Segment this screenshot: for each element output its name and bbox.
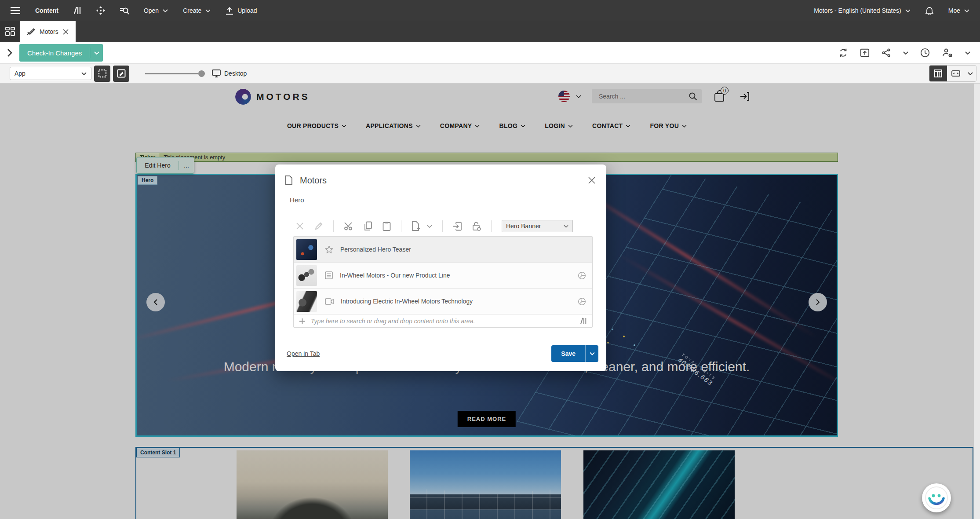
smiley-icon — [925, 486, 948, 510]
columns-view-button[interactable] — [929, 66, 947, 81]
columns-icon — [934, 69, 942, 77]
dialog-header: Motors — [275, 164, 606, 190]
check-in-dropdown[interactable] — [90, 48, 103, 58]
personalization-icon — [578, 271, 586, 280]
user-menu[interactable]: Moe — [948, 7, 969, 14]
layout-dropdown[interactable] — [965, 66, 976, 81]
list-item[interactable]: Introducing Electric In-Wheel Motors Tec… — [294, 289, 592, 314]
edit-square-icon — [117, 69, 126, 78]
slider-handle[interactable] — [198, 70, 205, 77]
paste-icon[interactable] — [383, 221, 391, 231]
lock-icon[interactable] — [472, 221, 481, 231]
new-content-icon[interactable] — [412, 221, 420, 231]
top-bar: Content Open Create Upload Motors - Engl… — [0, 0, 980, 21]
import-icon[interactable] — [453, 222, 462, 231]
component-search-input[interactable] — [310, 317, 580, 325]
item-label: Introducing Electric In-Wheel Motors Tec… — [341, 298, 578, 305]
edit-dialog: Motors Hero Hero Banner — [275, 164, 606, 371]
chevron-down-icon[interactable] — [965, 51, 970, 55]
chevron-down-icon — [968, 72, 973, 75]
chevron-down-icon — [81, 72, 87, 75]
full-width-view-button[interactable] — [947, 66, 965, 81]
sync-icon[interactable] — [838, 48, 848, 58]
chevron-down-icon — [964, 9, 969, 12]
close-tab-icon[interactable] — [63, 29, 69, 35]
page-icon — [285, 175, 293, 185]
hamburger-icon[interactable] — [11, 7, 20, 14]
assistant-widget-button[interactable] — [922, 483, 951, 512]
open-in-tab-link[interactable]: Open in Tab — [287, 350, 320, 357]
device-indicator: Desktop — [212, 69, 247, 77]
site-language-selector[interactable]: Motors - English (United States) — [814, 7, 910, 14]
cut-icon[interactable] — [344, 222, 353, 230]
chevron-down-icon — [205, 9, 211, 12]
edit-icon[interactable] — [314, 222, 323, 230]
dashed-selection-icon — [98, 69, 107, 78]
item-thumbnail — [296, 265, 317, 286]
move-icon — [96, 6, 105, 15]
chevron-down-icon — [94, 51, 99, 55]
application-window: Content Open Create Upload Motors - Engl… — [0, 0, 980, 519]
toolbar-divider — [491, 220, 492, 232]
save-dropdown[interactable] — [585, 345, 598, 362]
chevron-right-icon — [7, 48, 12, 57]
chevron-down-icon[interactable] — [427, 225, 432, 228]
bell-icon — [925, 6, 933, 15]
find-list-icon — [120, 7, 129, 15]
item-thumbnail — [296, 291, 317, 312]
view-mode-select[interactable]: App — [10, 67, 91, 80]
preview-toolbar: App Desktop — [0, 64, 980, 84]
save-button[interactable]: Save — [551, 345, 598, 362]
action-toolbar-right — [838, 48, 980, 58]
article-icon — [325, 271, 333, 279]
delete-icon[interactable] — [295, 222, 304, 230]
app-launcher-button[interactable] — [0, 21, 20, 42]
preview-user-icon[interactable] — [942, 48, 953, 58]
dialog-title: Motors — [300, 175, 327, 186]
findbar-button[interactable] — [120, 7, 129, 15]
chevron-down-icon[interactable] — [903, 51, 908, 55]
jumpbar-button[interactable] — [73, 7, 81, 15]
tab-bar: Motors — [0, 21, 980, 42]
zoom-slider[interactable] — [145, 66, 205, 82]
notifications-button[interactable] — [925, 6, 933, 15]
personalization-icon — [578, 297, 586, 306]
main-menu-button[interactable] — [11, 7, 20, 14]
copy-icon[interactable] — [364, 221, 372, 231]
list-item[interactable]: Personalized Hero Teaser — [294, 237, 592, 263]
list-item[interactable]: In-Wheel Motors - Our new Product Line — [294, 263, 592, 289]
app-title: Content — [35, 7, 58, 14]
toggle-borders-button[interactable] — [94, 66, 110, 82]
chevron-down-icon — [163, 9, 168, 12]
create-menu[interactable]: Create — [183, 7, 211, 14]
share-icon[interactable] — [882, 48, 891, 58]
tab-motors[interactable]: Motors — [20, 21, 76, 42]
component-search-row[interactable] — [294, 314, 592, 328]
preview-scrollbar[interactable] — [974, 84, 980, 519]
desktop-icon — [212, 69, 221, 77]
action-toolbar: Check-In Changes — [0, 42, 980, 64]
edit-mode-button[interactable] — [113, 66, 129, 82]
check-in-changes-button[interactable]: Check-In Changes — [19, 44, 103, 62]
open-window-icon[interactable] — [860, 48, 870, 58]
upload-button[interactable]: Upload — [226, 7, 257, 15]
move-button[interactable] — [96, 6, 105, 15]
open-menu[interactable]: Open — [144, 7, 168, 14]
dialog-footer: Open in Tab Save — [275, 340, 606, 371]
expand-panel-button[interactable] — [0, 48, 19, 57]
dialog-close-icon[interactable] — [588, 176, 596, 184]
component-type-select[interactable]: Hero Banner — [502, 220, 573, 232]
dialog-toolbar: Hero Banner — [295, 220, 573, 232]
chevron-down-icon — [590, 352, 595, 355]
layout-switcher — [929, 65, 976, 82]
toolbar-divider — [333, 220, 334, 232]
item-thumbnail — [296, 239, 317, 260]
history-icon[interactable] — [920, 48, 930, 58]
star-icon — [325, 245, 333, 254]
chevron-down-icon — [564, 225, 568, 228]
item-label: In-Wheel Motors - Our new Product Line — [340, 272, 578, 279]
plus-icon[interactable] — [299, 318, 306, 325]
toolbar-divider — [401, 220, 401, 232]
edit-page-icon — [26, 28, 35, 36]
apps-grid-icon — [5, 27, 15, 37]
